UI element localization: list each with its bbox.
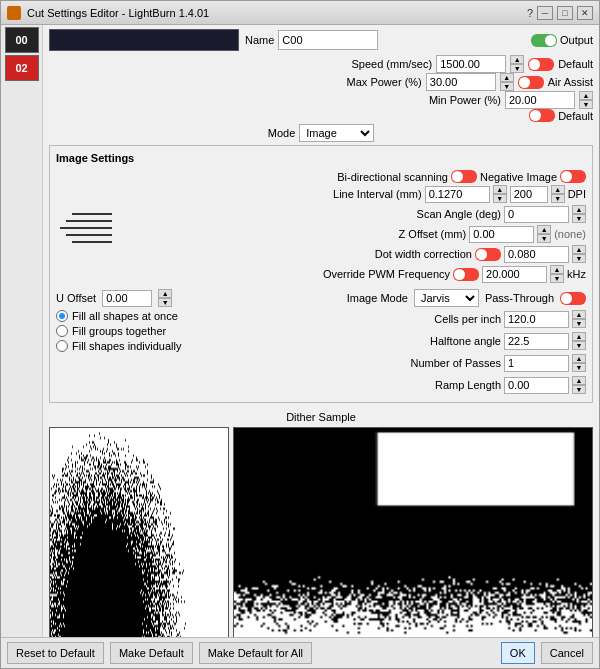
min-power-input[interactable] — [505, 91, 575, 109]
image-mode-label: Image Mode — [347, 292, 408, 304]
image-mode-select[interactable]: Jarvis Threshold Ordered Newsprint Stuck… — [414, 289, 479, 307]
u-offset-up[interactable]: ▲ — [158, 289, 172, 298]
dot-width-toggle[interactable] — [475, 248, 501, 261]
max-power-spin-down[interactable]: ▼ — [500, 82, 514, 91]
min-power-spin-up[interactable]: ▲ — [579, 91, 593, 100]
speed-input[interactable] — [436, 55, 506, 73]
line-interval-up[interactable]: ▲ — [493, 185, 507, 194]
max-power-row: Max Power (%) ▲ ▼ Air Assist — [49, 73, 593, 91]
u-offset-down[interactable]: ▼ — [158, 298, 172, 307]
mode-select[interactable]: Image Fill Line Fill+Line Offset Fill — [299, 124, 374, 142]
close-button[interactable]: ✕ — [577, 6, 593, 20]
scan-line-4 — [66, 234, 112, 236]
fill-individually-radio[interactable] — [56, 340, 68, 352]
default-toggle[interactable] — [529, 109, 555, 122]
scan-angle-up[interactable]: ▲ — [572, 205, 586, 214]
max-power-input[interactable] — [426, 73, 496, 91]
layer-item-02[interactable]: 02 — [5, 55, 39, 81]
negative-toggle[interactable] — [560, 170, 586, 183]
pass-through-toggle[interactable] — [560, 292, 586, 305]
fill-groups-radio[interactable] — [56, 325, 68, 337]
ramp-row: Ramp Length ▲ ▼ — [191, 376, 586, 394]
cells-down[interactable]: ▼ — [572, 319, 586, 328]
pwm-down[interactable]: ▼ — [550, 274, 564, 283]
cells-input[interactable] — [504, 311, 569, 328]
layer-item-00[interactable]: 00 — [5, 27, 39, 53]
color-swatch[interactable] — [49, 29, 239, 51]
halftone-up[interactable]: ▲ — [572, 332, 586, 341]
speed-default-label: Default — [558, 58, 593, 70]
fill-radio-group: Fill all shapes at once Fill groups toge… — [56, 310, 181, 396]
dot-width-down[interactable]: ▼ — [572, 254, 586, 263]
u-image-mode-row: U Offset ▲ ▼ Image Mode Jarvis Threshold… — [56, 289, 586, 307]
line-interval-row: Line Interval (mm) ▲ ▼ ▲ ▼ DPI — [124, 185, 586, 203]
dpi-up[interactable]: ▲ — [551, 185, 565, 194]
scan-angle-down[interactable]: ▼ — [572, 214, 586, 223]
name-input[interactable] — [278, 30, 378, 50]
speed-label: Speed (mm/sec) — [351, 58, 432, 70]
z-offset-input[interactable] — [469, 226, 534, 243]
image-lower: U Offset ▲ ▼ Image Mode Jarvis Threshold… — [56, 289, 586, 396]
speed-default-toggle[interactable] — [528, 58, 554, 71]
air-assist-label: Air Assist — [548, 76, 593, 88]
bi-dir-toggle[interactable] — [451, 170, 477, 183]
max-power-spin-up[interactable]: ▲ — [500, 73, 514, 82]
dither-left-canvas — [49, 427, 229, 637]
dot-width-input[interactable] — [504, 246, 569, 263]
dither-right-canvas — [233, 427, 593, 637]
dot-width-up[interactable]: ▲ — [572, 245, 586, 254]
scan-line-1 — [72, 213, 112, 215]
scan-angle-input[interactable] — [504, 206, 569, 223]
minimize-button[interactable]: ─ — [537, 6, 553, 20]
khz-label: kHz — [567, 268, 586, 280]
ramp-down[interactable]: ▼ — [572, 385, 586, 394]
ok-button[interactable]: OK — [501, 642, 535, 664]
line-interval-input[interactable] — [425, 186, 490, 203]
fill-all-item: Fill all shapes at once — [56, 310, 181, 322]
scan-angle-label: Scan Angle (deg) — [417, 208, 501, 220]
help-button[interactable]: ? — [527, 7, 533, 19]
z-offset-down[interactable]: ▼ — [537, 234, 551, 243]
u-offset-spin: ▲ ▼ — [158, 289, 172, 307]
passes-down[interactable]: ▼ — [572, 363, 586, 372]
cancel-button[interactable]: Cancel — [541, 642, 593, 664]
cells-label: Cells per inch — [434, 313, 501, 325]
passes-up[interactable]: ▲ — [572, 354, 586, 363]
output-toggle[interactable] — [531, 34, 557, 47]
dot-width-label: Dot width correction — [375, 248, 472, 260]
scan-lines-preview — [56, 170, 116, 285]
radio-and-controls: Fill all shapes at once Fill groups toge… — [56, 310, 586, 396]
default-toggle-row: Default — [49, 109, 593, 122]
dpi-label: DPI — [568, 188, 586, 200]
maximize-button[interactable]: □ — [557, 6, 573, 20]
u-offset-input[interactable] — [102, 290, 152, 307]
halftone-down[interactable]: ▼ — [572, 341, 586, 350]
z-offset-up[interactable]: ▲ — [537, 225, 551, 234]
ramp-label: Ramp Length — [435, 379, 501, 391]
dpi-input[interactable] — [510, 186, 548, 203]
min-power-spin-down[interactable]: ▼ — [579, 100, 593, 109]
mode-label: Mode — [268, 127, 296, 139]
pwm-input[interactable] — [482, 266, 547, 283]
speed-spin-up[interactable]: ▲ — [510, 55, 524, 64]
cells-up[interactable]: ▲ — [572, 310, 586, 319]
halftone-input[interactable] — [504, 333, 569, 350]
pwm-toggle[interactable] — [453, 268, 479, 281]
reset-button[interactable]: Reset to Default — [7, 642, 104, 664]
bi-dir-row: Bi-directional scanning Negative Image — [124, 170, 586, 183]
speed-spin-down[interactable]: ▼ — [510, 64, 524, 73]
make-default-all-button[interactable]: Make Default for All — [199, 642, 312, 664]
air-assist-toggle[interactable] — [518, 76, 544, 89]
fill-all-radio[interactable] — [56, 310, 68, 322]
ramp-up[interactable]: ▲ — [572, 376, 586, 385]
ramp-input[interactable] — [504, 377, 569, 394]
passes-spin: ▲ ▼ — [572, 354, 586, 372]
none-label: (none) — [554, 228, 586, 240]
pwm-up[interactable]: ▲ — [550, 265, 564, 274]
line-interval-down[interactable]: ▼ — [493, 194, 507, 203]
dpi-down[interactable]: ▼ — [551, 194, 565, 203]
make-default-button[interactable]: Make Default — [110, 642, 193, 664]
passes-row: Number of Passes ▲ ▼ — [191, 354, 586, 372]
passes-input[interactable] — [504, 355, 569, 372]
main-content: 00 02 Name Output — [1, 25, 599, 637]
